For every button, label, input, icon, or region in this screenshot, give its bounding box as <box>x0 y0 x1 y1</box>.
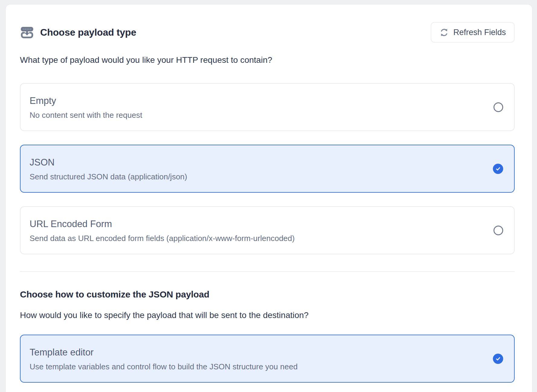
payload-options-list: Empty No content sent with the request J… <box>20 83 515 254</box>
radio-unchecked-icon[interactable] <box>494 102 503 112</box>
radio-unchecked-icon[interactable] <box>494 226 503 235</box>
radio-checked-icon[interactable] <box>493 164 503 174</box>
option-description: Send data as URL encoded form fields (ap… <box>30 234 481 243</box>
option-title: Template editor <box>30 347 481 358</box>
option-description: Send structured JSON data (application/j… <box>30 172 481 182</box>
option-title: Empty <box>30 95 481 106</box>
payload-option-empty[interactable]: Empty No content sent with the request <box>20 83 515 131</box>
payload-tray-icon <box>20 26 34 39</box>
option-description: No content sent with the request <box>30 111 481 120</box>
payload-type-question: What type of payload would you like your… <box>20 55 515 65</box>
customize-question: How would you like to specify the payloa… <box>20 310 515 320</box>
refresh-fields-button[interactable]: Refresh Fields <box>431 22 515 43</box>
section-divider <box>20 271 515 272</box>
radio-checked-icon[interactable] <box>493 354 503 364</box>
option-description: Use template variables and control flow … <box>30 362 481 371</box>
header-left: Choose payload type <box>20 26 136 39</box>
payload-option-json[interactable]: JSON Send structured JSON data (applicat… <box>20 145 515 193</box>
check-icon <box>495 166 501 172</box>
header-row: Choose payload type Refresh Fields <box>20 22 515 43</box>
option-title: JSON <box>30 157 481 168</box>
customize-options-list: Template editor Use template variables a… <box>20 335 515 383</box>
refresh-fields-label: Refresh Fields <box>453 28 506 37</box>
payload-option-url-encoded-form[interactable]: URL Encoded Form Send data as URL encode… <box>20 206 515 254</box>
customize-section-heading: Choose how to customize the JSON payload <box>20 289 515 300</box>
payload-settings-panel: Choose payload type Refresh Fields What … <box>5 4 532 392</box>
page-title: Choose payload type <box>40 27 136 38</box>
option-title: URL Encoded Form <box>30 219 481 230</box>
check-icon <box>495 356 501 362</box>
customize-option-template-editor[interactable]: Template editor Use template variables a… <box>20 335 515 383</box>
refresh-icon <box>439 28 449 37</box>
